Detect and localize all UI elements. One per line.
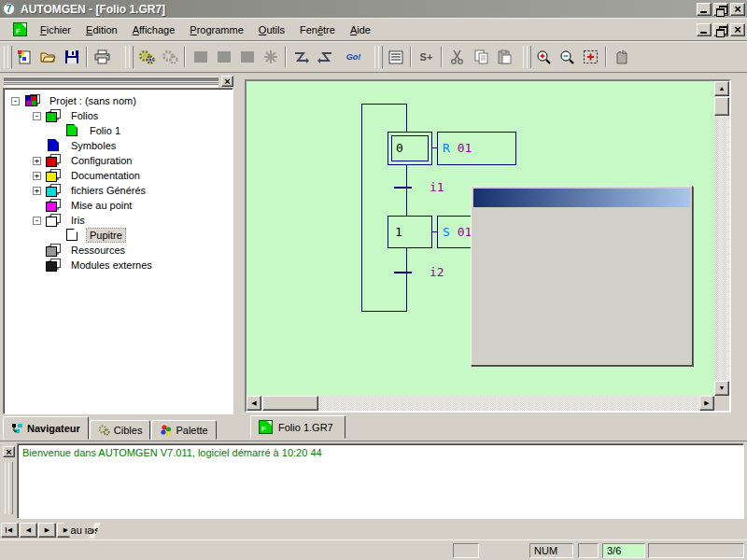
- tree-item-documentation[interactable]: + Documentation: [33, 168, 143, 183]
- menu-programme[interactable]: Programme: [182, 21, 250, 38]
- tree-expander[interactable]: -: [33, 217, 41, 225]
- step-number: 1: [395, 225, 402, 239]
- zoom-selection-button[interactable]: [579, 45, 602, 69]
- zoom-out-button[interactable]: [556, 45, 579, 69]
- grafcet-transition-2[interactable]: [394, 272, 412, 273]
- transition-label-i2: i2: [430, 265, 444, 279]
- stop-mode-button-disabled[interactable]: [212, 45, 235, 69]
- step-run-button[interactable]: [289, 45, 313, 69]
- toolbar-gripper[interactable]: [4, 46, 10, 68]
- open-folder-button[interactable]: [36, 45, 60, 69]
- horizontal-scroll-thumb[interactable]: [262, 396, 318, 411]
- grafcet-step-0[interactable]: 0: [388, 132, 432, 165]
- popup-title-bar[interactable]: [473, 189, 690, 207]
- tree-expander[interactable]: +: [33, 172, 41, 180]
- pause-mode-button-disabled[interactable]: [235, 45, 259, 69]
- palette-icon: [160, 425, 172, 436]
- project-navigator-panel: - Projet : (sans nom) - Folios Folio 1 S…: [2, 75, 235, 441]
- targets-gears-icon: [98, 425, 110, 436]
- menu-affichage[interactable]: Affichage: [125, 21, 183, 38]
- print-icon: [94, 49, 110, 64]
- symbol-list-button[interactable]: [384, 45, 407, 69]
- grafcet-step-0-inner: 0: [391, 135, 429, 161]
- title-bar[interactable]: 7 AUTOMGEN - [Folio 1.GR7]: [0, 0, 747, 18]
- menu-aide[interactable]: Aide: [343, 21, 378, 38]
- scroll-right-button[interactable]: ▶: [699, 396, 714, 411]
- paste-button[interactable]: [492, 45, 515, 69]
- mdi-restore-button[interactable]: [713, 23, 728, 36]
- tree-item-folio1[interactable]: Folio 1: [64, 123, 123, 138]
- popup-window[interactable]: [471, 186, 693, 366]
- project-icon: [24, 94, 41, 107]
- output-gripper[interactable]: [5, 462, 11, 514]
- first-tab-button[interactable]: ◀: [1, 523, 19, 538]
- toolbar-gripper[interactable]: [523, 46, 529, 68]
- tree-expander[interactable]: -: [33, 112, 41, 120]
- tab-folio1-gr7[interactable]: Folio 1.GR7: [250, 415, 345, 439]
- panel-close-button[interactable]: [221, 76, 233, 87]
- copy-button[interactable]: [469, 45, 492, 69]
- compile-all-button-disabled[interactable]: [158, 45, 181, 69]
- tree-item-iris[interactable]: - Iris: [33, 213, 88, 228]
- project-tree: - Projet : (sans nom) - Folios Folio 1 S…: [3, 88, 233, 414]
- tree-item-modules-externes[interactable]: Modules externes: [46, 258, 155, 273]
- restore-button[interactable]: [713, 3, 728, 16]
- toolbar-gripper[interactable]: [125, 46, 132, 68]
- scroll-down-button[interactable]: ▼: [714, 381, 729, 396]
- grafcet-action-R01[interactable]: R 01: [437, 132, 516, 165]
- output-close-button[interactable]: [3, 446, 15, 457]
- new-file-button[interactable]: [13, 45, 36, 69]
- add-symbol-button[interactable]: S+: [415, 45, 438, 69]
- tree-expander[interactable]: -: [11, 97, 20, 105]
- scroll-left-button[interactable]: ◀: [247, 396, 261, 411]
- grafcet-transition-1[interactable]: [394, 187, 412, 189]
- menu-fichier[interactable]: Fichier: [33, 21, 78, 38]
- tree-item-pupitre[interactable]: Pupitre: [64, 228, 125, 243]
- run-mode-button-disabled[interactable]: [189, 45, 212, 69]
- prev-tab-button[interactable]: ◀: [20, 523, 37, 538]
- tree-item-fichiers-generes[interactable]: + fichiers Générés: [33, 183, 148, 198]
- go-button[interactable]: Go!: [342, 45, 365, 69]
- grafcet-canvas[interactable]: 0 R 01 i1 1 S 01 i2: [247, 81, 714, 396]
- tree-item-projet[interactable]: - Projet : (sans nom): [11, 93, 139, 108]
- tree-item-folios[interactable]: - Folios: [33, 108, 101, 123]
- tree-expander[interactable]: +: [33, 187, 41, 195]
- toolbar-gripper[interactable]: [374, 46, 381, 68]
- folder-stack-icon: [46, 199, 63, 212]
- folio-document-icon: [259, 420, 273, 434]
- step-run-alt-icon: [317, 50, 333, 63]
- panel-gripper[interactable]: [4, 77, 218, 85]
- vertical-scroll-thumb[interactable]: [714, 97, 729, 116]
- close-button[interactable]: [730, 3, 745, 16]
- compile-button[interactable]: [134, 45, 158, 69]
- tab-palette[interactable]: Palette: [151, 420, 216, 440]
- menu-outils[interactable]: Outils: [251, 21, 292, 38]
- grafcet-step-1[interactable]: 1: [388, 216, 432, 248]
- menu-edition[interactable]: Edition: [78, 21, 125, 38]
- tab-navigateur[interactable]: Navigateur: [3, 416, 89, 440]
- tree-item-symboles[interactable]: Symboles: [46, 138, 119, 153]
- save-button[interactable]: [60, 45, 83, 69]
- mdi-minimize-button[interactable]: [697, 23, 712, 36]
- page-preview-button[interactable]: [610, 45, 633, 69]
- folder-stack-icon: [46, 259, 63, 272]
- step-run-alt-button[interactable]: [313, 45, 336, 69]
- vertical-scrollbar[interactable]: ▲ ▼: [714, 81, 729, 396]
- tree-item-configuration[interactable]: + Configuration: [33, 153, 134, 168]
- tree-expander[interactable]: +: [33, 157, 41, 165]
- freeze-button-disabled[interactable]: [259, 45, 282, 69]
- tab-cibles[interactable]: Cibles: [90, 420, 151, 440]
- next-tab-button[interactable]: ▶: [38, 523, 56, 538]
- scroll-up-button[interactable]: ▲: [714, 81, 729, 96]
- menu-fenetre[interactable]: Fenêtre: [292, 21, 343, 38]
- mdi-close-button[interactable]: [730, 23, 745, 36]
- tree-item-ressources[interactable]: Ressources: [46, 243, 128, 258]
- document-system-menu-icon[interactable]: [13, 22, 27, 36]
- zoom-in-button[interactable]: [532, 45, 556, 69]
- minimize-button[interactable]: [697, 3, 712, 16]
- horizontal-scrollbar[interactable]: ◀ ▶: [247, 396, 714, 411]
- cut-button[interactable]: [445, 45, 469, 69]
- print-button[interactable]: [91, 45, 114, 69]
- tree-item-mise-au-point[interactable]: Mise au point: [46, 198, 134, 213]
- output-message-area[interactable]: Bienvenue dans AUTOMGEN V7.011, logiciel…: [17, 443, 744, 519]
